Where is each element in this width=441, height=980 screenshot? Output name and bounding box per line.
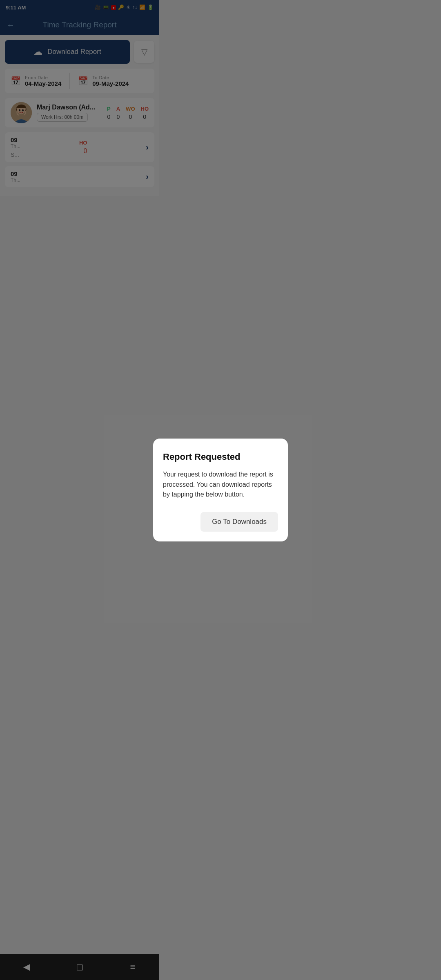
modal-overlay: Report Requested Your request to downloa… xyxy=(0,0,159,345)
